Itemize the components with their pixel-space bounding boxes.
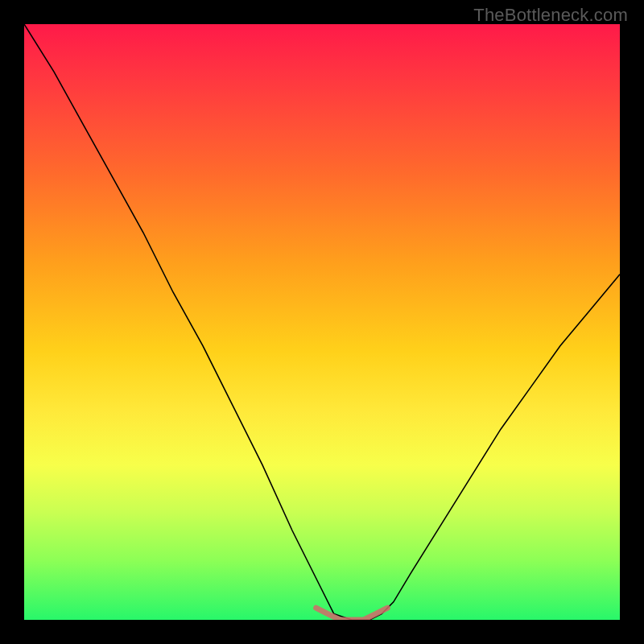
curve-right-branch [369, 275, 620, 620]
trough-highlight [316, 608, 388, 620]
plot-area [24, 24, 620, 620]
curve-svg [24, 24, 620, 620]
watermark-text: TheBottleneck.com [473, 5, 628, 26]
curve-left-branch [24, 24, 369, 620]
chart-frame: TheBottleneck.com [0, 0, 644, 644]
